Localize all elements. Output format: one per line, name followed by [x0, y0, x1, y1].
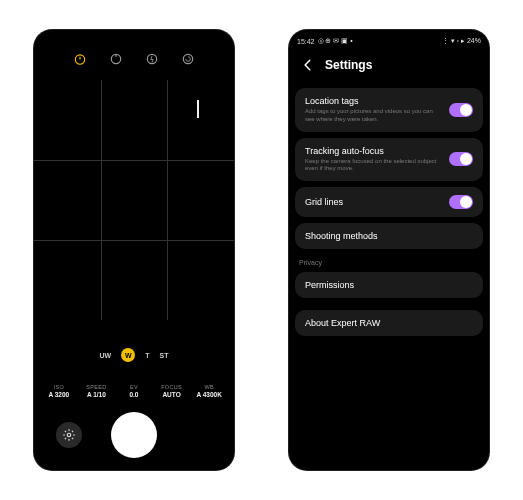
param-wb[interactable]: WB A 4300K	[190, 384, 228, 398]
toggle-grid-lines[interactable]	[449, 195, 473, 209]
motion-icon[interactable]	[181, 52, 195, 66]
settings-screen: 15:42 ◎ ⊕ ✉ ▣ • ⋮ ▾ ◦ ▸ 24% Settings Loc…	[289, 30, 489, 470]
setting-grid-lines[interactable]: Grid lines	[295, 187, 483, 217]
toggle-location-tags[interactable]	[449, 103, 473, 117]
param-focus[interactable]: FOCUS AUTO	[153, 384, 191, 398]
camera-viewfinder[interactable]	[34, 80, 234, 320]
back-arrow-icon[interactable]	[301, 58, 315, 72]
settings-list: Location tags Add tags to your pictures …	[295, 88, 483, 336]
setting-location-tags[interactable]: Location tags Add tags to your pictures …	[295, 88, 483, 132]
param-speed[interactable]: SPEED A 1/10	[78, 384, 116, 398]
setting-shooting-methods[interactable]: Shooting methods	[295, 223, 483, 249]
setting-permissions[interactable]: Permissions	[295, 272, 483, 298]
flash-icon[interactable]	[145, 52, 159, 66]
timer-icon[interactable]	[73, 52, 87, 66]
aspect-icon[interactable]	[109, 52, 123, 66]
param-iso[interactable]: ISO A 3200	[40, 384, 78, 398]
setting-tracking-autofocus[interactable]: Tracking auto-focus Keep the camera focu…	[295, 138, 483, 182]
zoom-w[interactable]: W	[121, 348, 135, 362]
setting-about-expert-raw[interactable]: About Expert RAW	[295, 310, 483, 336]
status-right-icons: ⋮ ▾ ◦ ▸ 24%	[442, 37, 481, 45]
settings-title: Settings	[325, 58, 372, 72]
shutter-button[interactable]	[111, 412, 157, 458]
zoom-uw[interactable]: UW	[100, 352, 112, 359]
status-bar: 15:42 ◎ ⊕ ✉ ▣ • ⋮ ▾ ◦ ▸ 24%	[297, 34, 481, 48]
section-privacy-label: Privacy	[295, 255, 483, 266]
status-left-icons: ◎ ⊕ ✉ ▣ •	[318, 37, 353, 45]
camera-screen: UW W T ST ISO A 3200 SPEED A 1/10 EV 0.0…	[34, 30, 234, 470]
zoom-st[interactable]: ST	[160, 352, 169, 359]
zoom-t[interactable]: T	[145, 352, 149, 359]
svg-point-5	[183, 54, 192, 63]
focus-indicator	[197, 100, 199, 118]
camera-top-toolbar	[34, 52, 234, 66]
zoom-selector: UW W T ST	[34, 348, 234, 362]
status-time: 15:42	[297, 38, 315, 45]
param-ev[interactable]: EV 0.0	[115, 384, 153, 398]
svg-point-0	[75, 55, 84, 64]
settings-header: Settings	[301, 58, 372, 72]
camera-params: ISO A 3200 SPEED A 1/10 EV 0.0 FOCUS AUT…	[40, 384, 228, 398]
toggle-tracking-autofocus[interactable]	[449, 152, 473, 166]
